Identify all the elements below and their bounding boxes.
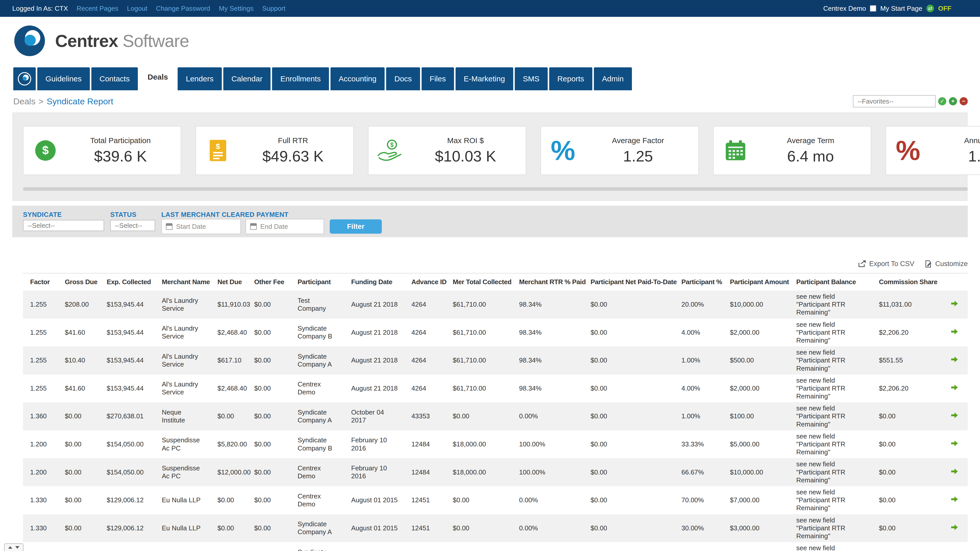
favorite-remove-icon[interactable]: − — [959, 97, 968, 105]
favorite-add-icon[interactable]: + — [949, 97, 957, 105]
cell-advance-id: 12484 — [404, 430, 445, 458]
nav-tab[interactable]: Lenders — [178, 67, 221, 90]
breadcrumb-section[interactable]: Deals — [13, 97, 35, 106]
cell-participant-amount: $500.00 — [723, 346, 789, 375]
nav-tab[interactable]: Reports — [549, 67, 592, 90]
nav-tab[interactable]: Contacts — [91, 67, 138, 90]
nav-tab[interactable]: Docs — [386, 67, 420, 90]
cell-exp-collected: $270,638.01 — [100, 402, 155, 430]
column-header[interactable]: Merchant Name — [155, 273, 210, 291]
table-row[interactable]: 1.255 $10.40 $153,945.44 Al's Laundry Se… — [23, 346, 968, 375]
column-header[interactable]: Net Due — [210, 273, 247, 291]
table-row[interactable]: 1.360 $0.00 $270,638.01 Neque Institute … — [23, 402, 968, 430]
cell-commission-share: $0.00 — [872, 458, 938, 486]
customize-button[interactable]: Customize — [924, 260, 968, 268]
table-row[interactable]: 1.255 $41.60 $153,945.44 Al's Laundry Se… — [23, 375, 968, 403]
my-start-page-checkbox[interactable] — [870, 5, 876, 11]
cell-advance-id: 4264 — [404, 291, 445, 319]
column-header[interactable]: Participant — [290, 273, 344, 291]
column-header[interactable]: Participant Net Paid-To-Date — [584, 273, 674, 291]
table-row[interactable]: 1.255 $208.00 $153,945.44 Al's Laundry S… — [23, 291, 968, 319]
nav-tab[interactable]: E-Marketing — [455, 67, 513, 90]
topbar-link-my-settings[interactable]: My Settings — [219, 5, 254, 13]
row-open-arrow-icon[interactable] — [951, 300, 958, 307]
column-header[interactable]: Participant Balance — [789, 273, 872, 291]
cell-participant-pct: 1.00% — [674, 346, 723, 375]
nav-tab[interactable]: Admin — [594, 67, 632, 90]
cell-gross-due: $41.60 — [58, 375, 100, 403]
column-header[interactable]: Merchant RTR % Paid — [512, 273, 584, 291]
cell-gross-due: $41.60 — [58, 319, 100, 347]
nav-tab[interactable]: Enrollments — [272, 67, 329, 90]
column-header[interactable]: Other Fee — [247, 273, 290, 291]
cell-mer-total-collected: $61,710.00 — [445, 346, 512, 375]
cell-advance-id: 14167 — [404, 542, 445, 551]
topbar-link-logout[interactable]: Logout — [127, 5, 148, 13]
start-date-input[interactable] — [176, 223, 236, 230]
table-row[interactable]: 1.330 $0.00 $129,006.12 Eu Nulla LLP $0.… — [23, 514, 968, 542]
cell-commission-share: $0.00 — [872, 402, 938, 430]
topbar-link-support[interactable]: Support — [262, 5, 285, 13]
column-header[interactable]: Gross Due — [58, 273, 100, 291]
column-header[interactable]: Participant Amount — [723, 273, 789, 291]
nav-tab[interactable]: Accounting — [331, 67, 385, 90]
table-row[interactable]: 1.200 $0.00 $154,050.00 Suspendisse Ac P… — [23, 458, 968, 486]
cell-net-due: $0.00 — [210, 514, 247, 542]
row-open-arrow-icon[interactable] — [951, 496, 958, 503]
export-to-csv-button[interactable]: Export To CSV — [858, 260, 915, 268]
topbar-link-change-password[interactable]: Change Password — [156, 5, 210, 13]
row-open-arrow-icon[interactable] — [951, 412, 958, 419]
cell-other-fee: $0.00 — [247, 346, 290, 375]
favorites-select[interactable]: --Favorites-- — [853, 95, 935, 107]
kpi-card-annualized: % Annualized 1.47 — [886, 126, 980, 175]
status-select[interactable]: --Select-- — [110, 220, 155, 231]
nav-tab[interactable]: Calendar — [223, 67, 271, 90]
cell-participant: Syndicate Company B — [290, 430, 344, 458]
column-header[interactable]: Commission Share — [872, 273, 938, 291]
cell-funding-date: August 21 2018 — [344, 291, 404, 319]
cell-mer-total-collected: $0.00 — [445, 486, 512, 514]
nav-tab[interactable]: SMS — [515, 67, 548, 90]
cell-gross-due: $0.00 — [58, 402, 100, 430]
filter-button[interactable]: Filter — [330, 219, 382, 233]
cell-net-due: $2,468.40 — [210, 319, 247, 347]
row-open-arrow-icon[interactable] — [951, 384, 958, 391]
favorite-apply-icon[interactable]: ✓ — [938, 97, 946, 105]
nav-tab[interactable]: Deals — [139, 64, 176, 90]
row-open-arrow-icon[interactable] — [951, 356, 958, 363]
cell-net-due: $5,820.00 — [210, 430, 247, 458]
kpi-scrollbar[interactable] — [23, 187, 968, 191]
table-row[interactable]: 1.320 $0.00 $0.00 Debt Pay Inc $0.00 $0.… — [23, 542, 968, 551]
table-row[interactable]: 1.200 $0.00 $154,050.00 Suspendisse Ac P… — [23, 430, 968, 458]
end-date-input[interactable] — [260, 223, 320, 230]
column-header[interactable]: Participant % — [674, 273, 723, 291]
table-row[interactable]: 1.330 $0.00 $129,006.12 Eu Nulla LLP $0.… — [23, 486, 968, 514]
cell-other-fee: $0.00 — [247, 486, 290, 514]
nav-tab-home[interactable] — [13, 67, 36, 90]
cell-participant-net-paid: $0.00 — [584, 542, 674, 551]
row-open-arrow-icon[interactable] — [951, 328, 958, 335]
column-header[interactable]: Funding Date — [344, 273, 404, 291]
row-open-arrow-icon[interactable] — [951, 524, 958, 530]
nav-tab[interactable]: Guidelines — [37, 67, 90, 90]
start-page-toggle-icon[interactable]: ⇄ — [926, 5, 934, 12]
cell-participant-amount: $100.00 — [723, 402, 789, 430]
topbar-link-recent-pages[interactable]: Recent Pages — [76, 5, 118, 13]
cell-participant-balance: see new field "Participant RTR Remaining… — [789, 514, 872, 542]
column-header[interactable]: Exp. Collected — [100, 273, 155, 291]
nav-tab[interactable]: Files — [422, 67, 454, 90]
column-header[interactable]: Mer Total Collected — [445, 273, 512, 291]
table-row[interactable]: 1.255 $41.60 $153,945.44 Al's Laundry Se… — [23, 319, 968, 347]
panel-collapse-toggle[interactable] — [4, 543, 24, 551]
status-label: STATUS — [110, 211, 137, 219]
start-date-field — [161, 219, 241, 234]
kpi-value: $39.6 K — [67, 148, 173, 165]
row-open-arrow-icon[interactable] — [951, 440, 958, 447]
cell-participant-pct: 20.00% — [674, 291, 723, 319]
syndicate-select[interactable]: --Select-- — [23, 220, 104, 231]
row-open-arrow-icon[interactable] — [951, 468, 958, 475]
filter-band: SYNDICATE --Select-- STATUS --Select-- L… — [12, 206, 968, 237]
column-header[interactable]: Advance ID — [404, 273, 445, 291]
column-header[interactable]: Factor — [23, 273, 58, 291]
cell-merchant-rtr-paid: 0.00% — [512, 514, 584, 542]
